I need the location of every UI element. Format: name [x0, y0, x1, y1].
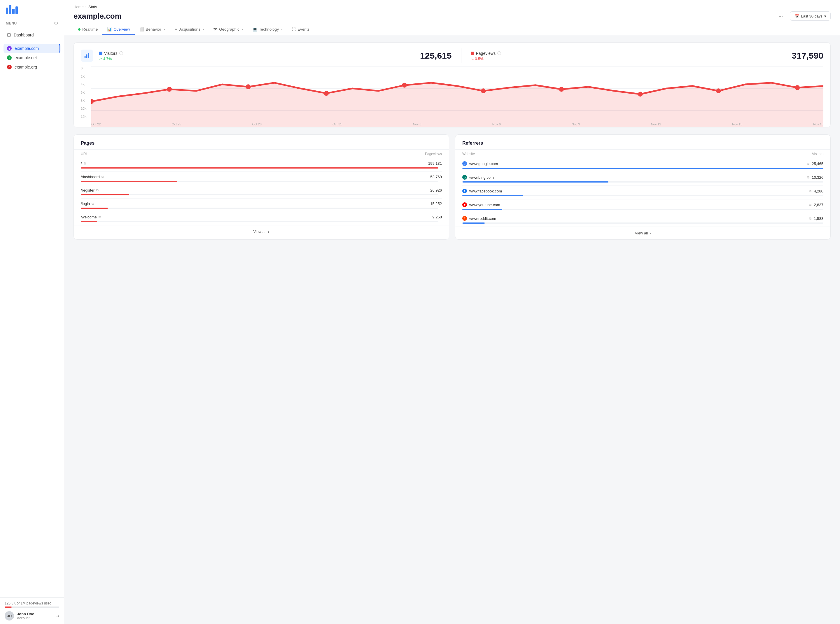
pages-col-url: URL — [81, 152, 88, 156]
ext-link-bing[interactable]: ⧉ — [807, 176, 809, 179]
acquisitions-chevron: ▾ — [203, 28, 204, 31]
page-url-register: /register ⧉ 26,926 — [81, 188, 442, 192]
page-path-welcome: /welcome — [81, 215, 97, 219]
ref-favicon-bing: b — [462, 175, 467, 180]
chart-y-labels: 12K 10K 8K 6K 4K 2K 0 — [81, 66, 87, 118]
sidebar-item-example-com[interactable]: e example.com — [3, 44, 60, 53]
page-bar-fill-dashboard — [81, 181, 177, 182]
ref-value-google: 25,465 — [812, 162, 823, 166]
pageviews-label-area: Pageviews ⓘ ↘ 0.5% — [471, 51, 501, 61]
favicon-example-com: e — [7, 46, 12, 51]
breadcrumb: Home › Stats — [74, 5, 831, 9]
pages-view-all-button[interactable]: View all › — [254, 230, 269, 234]
sidebar-item-example-org[interactable]: e example.org — [3, 62, 60, 72]
usage-text: 126.3K of 1M pageviews used. — [5, 601, 53, 605]
settings-icon[interactable]: ⚙ — [54, 20, 58, 26]
ext-link-icon-dashboard[interactable]: ⧉ — [102, 175, 104, 179]
tab-realtime[interactable]: Realtime — [74, 24, 102, 35]
page-row-login: /login ⧉ 15,252 — [81, 199, 442, 212]
ext-link-icon-login[interactable]: ⧉ — [91, 202, 94, 205]
sidebar-item-example-net[interactable]: e example.net — [3, 53, 60, 62]
referrers-panel-title: Referrers — [462, 141, 823, 146]
page-title-row: example.com ··· 📅 Last 30 days ▾ — [74, 11, 831, 21]
svg-rect-2 — [88, 53, 89, 58]
ref-name-reddit: www.reddit.com — [469, 216, 807, 221]
visitors-dot — [99, 52, 102, 55]
ref-bar-reddit — [462, 222, 823, 224]
sidebar-item-dashboard[interactable]: ⊞ Dashboard — [3, 29, 60, 40]
tab-realtime-label: Realtime — [82, 27, 98, 31]
ext-link-google[interactable]: ⧉ — [807, 162, 809, 165]
events-icon: ⛶ — [292, 27, 296, 31]
ref-site-reddit: R www.reddit.com ⧉ 1,588 — [462, 216, 823, 221]
ext-link-icon-welcome[interactable]: ⧉ — [99, 215, 101, 219]
ref-value-facebook: 4,280 — [814, 189, 823, 193]
page-bar-dashboard — [81, 181, 438, 182]
visitors-label: Visitors ⓘ — [99, 51, 123, 56]
chart-svg — [91, 66, 823, 127]
referrers-view-all-button[interactable]: View all › — [635, 231, 651, 235]
pages-col-headers: URL Pageviews — [74, 150, 449, 158]
pages-panel: Pages URL Pageviews / ⧉ 199,131 — [74, 134, 449, 240]
nav-tabs: Realtime 📊 Overview ⬜ Behavior ▾ ✦ Acqui… — [74, 24, 831, 35]
tab-technology[interactable]: 💻 Technology ▾ — [248, 24, 287, 35]
ref-site-facebook: f www.facebook.com ⧉ 4,280 — [462, 188, 823, 193]
pages-panel-header: Pages — [74, 135, 449, 150]
ext-link-youtube[interactable]: ⧉ — [809, 203, 811, 207]
ref-row-youtube: ▶ www.youtube.com ⧉ 2,837 — [462, 199, 823, 213]
tab-behavior[interactable]: ⬜ Behavior ▾ — [135, 24, 170, 35]
page-bar-fill-register — [81, 194, 129, 195]
pages-view-all-label: View all — [254, 230, 266, 234]
logo-bar-2 — [9, 5, 11, 14]
ref-site-google: G www.google.com ⧉ 25,465 — [462, 161, 823, 166]
ref-favicon-reddit: R — [462, 216, 467, 221]
tab-events[interactable]: ⛶ Events — [287, 24, 314, 35]
sidebar-item-dashboard-label: Dashboard — [14, 32, 34, 37]
header-actions: ··· 📅 Last 30 days ▾ — [776, 11, 831, 21]
ext-link-icon-root[interactable]: ⧉ — [84, 162, 86, 165]
ref-name-youtube: www.youtube.com — [469, 203, 807, 207]
logout-icon[interactable]: ↪ — [56, 613, 59, 619]
visitors-info-icon[interactable]: ⓘ — [119, 51, 123, 56]
tab-acquisitions-label: Acquisitions — [179, 27, 200, 31]
page-path-dashboard: /dashboard — [81, 175, 100, 179]
dashboard-icon: ⊞ — [7, 32, 11, 38]
page-url-root: / ⧉ 199,131 — [81, 161, 442, 165]
pageviews-usage: 126.3K of 1M pageviews used. — [5, 601, 59, 608]
ref-name-google: www.google.com — [469, 162, 805, 166]
page-bar-welcome — [81, 221, 438, 222]
ref-favicon-facebook: f — [462, 188, 467, 193]
user-role: Account — [17, 616, 53, 620]
logo-bar-4 — [15, 6, 18, 14]
page-url-login: /login ⧉ 15,252 — [81, 201, 442, 206]
logo-bar-3 — [12, 9, 15, 14]
overview-icon: 📊 — [107, 27, 112, 31]
page-row-welcome: /welcome ⧉ 9,258 — [81, 212, 442, 225]
tab-overview[interactable]: 📊 Overview — [102, 24, 135, 35]
page-value-register: 26,926 — [430, 188, 442, 192]
breadcrumb-current: Stats — [88, 5, 97, 9]
page-value-login: 15,252 — [430, 201, 442, 206]
ext-link-facebook[interactable]: ⧉ — [809, 189, 811, 193]
ref-bar-fill-bing — [462, 181, 608, 182]
date-range-button[interactable]: 📅 Last 30 days ▾ — [790, 11, 831, 21]
breadcrumb-home[interactable]: Home — [74, 5, 84, 9]
ext-link-reddit[interactable]: ⧉ — [809, 217, 811, 221]
visitors-stat-group: Visitors ⓘ ↗ 4.7% 125,615 — [99, 51, 452, 61]
page-path-root: / — [81, 161, 82, 165]
pageviews-info-icon[interactable]: ⓘ — [497, 51, 501, 56]
user-row: JD John Doe Account ↪ — [5, 610, 59, 621]
more-button[interactable]: ··· — [776, 12, 785, 20]
geographic-icon: 🗺 — [213, 27, 217, 31]
tab-acquisitions[interactable]: ✦ Acquisitions ▾ — [170, 24, 209, 35]
technology-icon: 💻 — [252, 27, 257, 31]
y-label-12k: 12K — [81, 115, 87, 118]
sidebar: MENU ⚙ ⊞ Dashboard e example.com e examp… — [0, 0, 64, 624]
svg-rect-0 — [85, 56, 86, 58]
svg-point-18 — [716, 88, 721, 93]
pageviews-trend: ↘ 0.5% — [471, 57, 501, 61]
ext-link-icon-register[interactable]: ⧉ — [96, 188, 99, 192]
tab-geographic[interactable]: 🗺 Geographic ▾ — [209, 24, 248, 35]
ref-bar-fill-google — [462, 168, 823, 169]
behavior-chevron: ▾ — [164, 28, 165, 31]
